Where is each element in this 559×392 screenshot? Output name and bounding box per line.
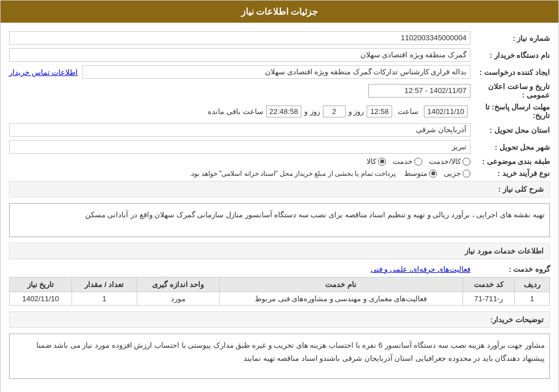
general-description-title: شرح کلی نیاز : [9, 181, 550, 197]
services-table-body: 1ر-711-71فعالیت‌های معماری و مهندسی و مش… [10, 292, 550, 306]
buyer-row: نام دستگاه خریدار : گمرک منطقه ویژه اقتص… [9, 48, 550, 62]
purchase-type-row: نوع فرآیند خرید : جزیی متوسط پرداخت تمام… [9, 169, 550, 178]
cell-quantity: 1 [72, 292, 137, 306]
page-header: جزئیات اطلاعات نیاز [1, 1, 558, 23]
general-description-text: تهیه نقشه های اجرایی ، برآورد ریالی و ته… [85, 210, 545, 219]
buyer-value: گمرک منطقه ویژه اقتصادی سهلان [9, 48, 470, 62]
cell-unit: مورد [137, 292, 219, 306]
service-group-label: گروه خدمت : [470, 265, 550, 273]
purchase-label-jozii: جزیی [444, 169, 461, 178]
category-option-kala-khedmat[interactable]: کالا/خدمت [429, 157, 470, 166]
creator-value: بداله قراری کارشناس تدارکات گمرک منطقه و… [82, 65, 470, 79]
category-label-kala-khedmat: کالا/خدمت [429, 157, 461, 166]
general-description-section: شرح کلی نیاز : تهیه نقشه های اجرایی ، بر… [9, 181, 550, 237]
page-title: جزئیات اطلاعات نیاز [241, 7, 318, 16]
cell-date: 1402/11/10 [10, 292, 72, 306]
purchase-radio-group: جزیی متوسط [404, 169, 470, 178]
need-number-row: شماره نیاز : 1102003345000004 [9, 31, 550, 45]
creator-label: ایجاد کننده درخواست : [470, 68, 550, 77]
radio-motevaset [429, 170, 437, 178]
deadline-remaining-label: ساعت باقی مانده [208, 107, 263, 116]
col-unit: واحد اندازه گیری [137, 277, 219, 292]
province-value: آذربایجان شرقی [9, 123, 470, 137]
button-row: بازگشت چاپ [9, 385, 550, 392]
category-label-kala: کالا [367, 157, 376, 166]
purchase-type-label: نوع فرآیند خرید : [470, 169, 550, 178]
buyer-notes-title: توضیحات خریدار: [9, 311, 550, 328]
col-code: کد خدمت [463, 277, 515, 292]
deadline-remaining: 22:48:58 [266, 106, 302, 117]
col-row: ردیف [515, 277, 550, 292]
deadline-row: مهلت ارسال پاسخ: تا تاریخ: 1402/11/10 سا… [9, 103, 550, 120]
services-table: ردیف کد خدمت نام خدمت واحد اندازه گیری ت… [9, 277, 550, 306]
buyer-notes-box: مشاور جهت برآورد هزینه نصب سه دستگاه آسا… [9, 334, 550, 379]
cell-row: 1 [515, 292, 550, 306]
category-label-khedmat: خدمت [393, 157, 413, 166]
buyer-notes-text: مشاور جهت برآورد هزینه نصب سه دستگاه آسا… [36, 341, 545, 363]
province-row: استان محل تحویل : آذربایجان شرقی [9, 123, 550, 137]
city-value: تبریز [9, 140, 470, 154]
general-description-box: تهیه نقشه های اجرایی ، برآورد ریالی و ته… [9, 203, 550, 237]
purchase-note: پرداخت تمام یا بخشی از مبلغ خریداز محل "… [190, 170, 396, 178]
deadline-remaining-text: روز و [304, 107, 320, 116]
col-service: نام خدمت [219, 277, 463, 292]
category-label: طبقه بندی موضوعی : [470, 157, 550, 166]
purchase-label-motevaset: متوسط [404, 169, 427, 178]
deadline-days: 2 [323, 106, 346, 117]
contact-link[interactable]: اطلاعات تماس خریدار [9, 68, 78, 77]
city-row: شهر محل تحویل : تبریز [9, 140, 550, 154]
city-label: شهر محل تحویل : [470, 143, 550, 151]
content-area: شماره نیاز : 1102003345000004 نام دستگاه… [1, 23, 558, 392]
services-section-title: اطلاعات خدمات مورد نیاز [9, 243, 550, 259]
buyer-notes-section: توضیحات خریدار: مشاور جهت برآورد هزینه ن… [9, 311, 550, 379]
radio-kala-khedmat [463, 158, 470, 166]
announce-row: تاریخ و ساعت اعلان عمومی : 1402/11/07 - … [9, 82, 550, 99]
announce-label: تاریخ و ساعت اعلان عمومی : [470, 82, 550, 99]
service-group-value[interactable]: فعالیت‌های حرفه‌ای، علمی و فنی [371, 265, 470, 273]
purchase-option-jozii[interactable]: جزیی [444, 169, 470, 178]
need-number-label: شماره نیاز : [470, 34, 550, 43]
category-option-kala[interactable]: کالا [367, 157, 386, 166]
deadline-time: 12:58 [367, 106, 392, 117]
col-quantity: تعداد / مقدار [72, 277, 137, 292]
deadline-date: 1402/11/10 [424, 106, 468, 117]
service-group-row: گروه خدمت : فعالیت‌های حرفه‌ای، علمی و ف… [9, 265, 550, 273]
table-row: 1ر-711-71فعالیت‌های معماری و مهندسی و مش… [10, 292, 550, 306]
col-date: تاریخ نیاز [10, 277, 72, 292]
category-option-khedmat[interactable]: خدمت [393, 157, 422, 166]
services-section: اطلاعات خدمات مورد نیاز گروه خدمت : فعال… [9, 243, 550, 306]
creator-row: ایجاد کننده درخواست : بداله قراری کارشنا… [9, 65, 550, 79]
deadline-days-label: روز و [348, 107, 364, 116]
need-number-value: 1102003345000004 [9, 31, 470, 45]
category-radio-group: کالا/خدمت خدمت کالا [367, 157, 470, 166]
cell-code: ر-711-71 [463, 292, 515, 306]
deadline-label: مهلت ارسال پاسخ: تا تاریخ: [470, 103, 550, 120]
purchase-option-motevaset[interactable]: متوسط [404, 169, 437, 178]
main-container: جزئیات اطلاعات نیاز شماره نیاز : 1102003… [0, 0, 559, 392]
deadline-time-label: ساعت [395, 106, 421, 117]
radio-kala [378, 158, 386, 166]
announce-value: 1402/11/07 - 12:57 [368, 84, 470, 98]
category-row: طبقه بندی موضوعی : کالا/خدمت خدمت کالا [9, 157, 550, 166]
radio-jozii [463, 170, 470, 178]
buyer-label: نام دستگاه خریدار : [470, 51, 550, 60]
cell-service: فعالیت‌های معماری و مهندسی و مشاوره‌های … [219, 292, 463, 306]
radio-khedmat [414, 158, 422, 166]
province-label: استان محل تحویل : [470, 126, 550, 134]
services-table-header: ردیف کد خدمت نام خدمت واحد اندازه گیری ت… [10, 277, 550, 292]
